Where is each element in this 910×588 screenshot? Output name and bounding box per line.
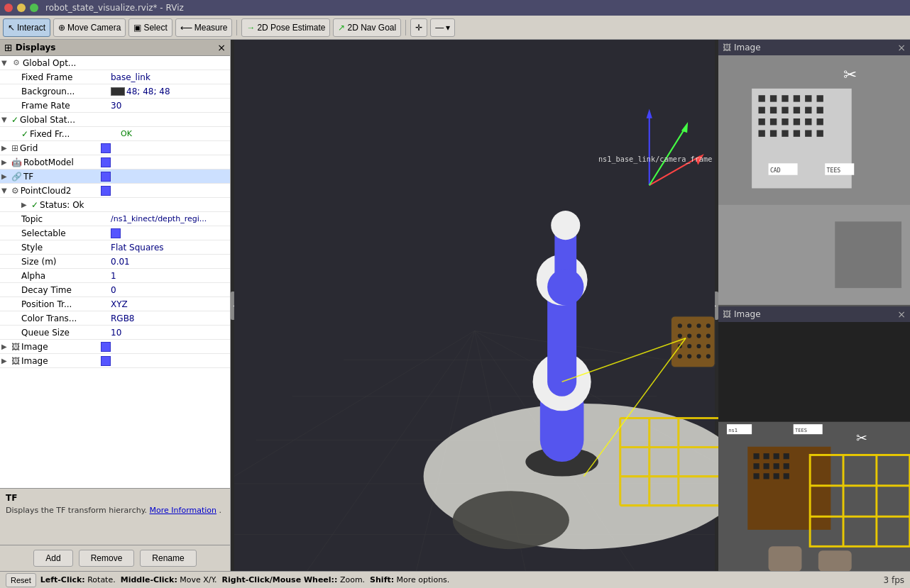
expand-arrow-image1[interactable]: ▶ bbox=[1, 343, 11, 350]
tree-item-robot-model[interactable]: ▶ 🤖 RobotModel bbox=[0, 155, 230, 170]
tree-item-pointcloud2[interactable]: ▼ ⚙ PointCloud2 bbox=[0, 184, 230, 198]
checkbox-grid[interactable] bbox=[101, 143, 111, 153]
add-button[interactable]: Add bbox=[33, 550, 72, 567]
maximize-button[interactable] bbox=[30, 4, 38, 12]
svg-rect-74 bbox=[770, 118, 777, 125]
tree-item-grid[interactable]: ▶ ⊞ Grid bbox=[0, 141, 230, 155]
tree-item-name-selectable: Selectable bbox=[21, 228, 66, 238]
image-pane-top-close[interactable]: × bbox=[897, 42, 906, 53]
svg-rect-62 bbox=[770, 95, 777, 101]
gear-icon-global: ⚙ bbox=[11, 58, 21, 68]
checkbox-robot-model[interactable] bbox=[101, 157, 111, 167]
tree-item-background[interactable]: Backgroun... 48; 48; 48 bbox=[0, 84, 230, 99]
tree-item-global-options[interactable]: ▼ ⚙ Global Opt... bbox=[0, 56, 230, 70]
tree-item-queue-size[interactable]: Queue Size 10 bbox=[0, 326, 230, 340]
tree-item-image-1[interactable]: ▶ 🖼 Image bbox=[0, 340, 230, 354]
svg-text:ns1_base_link/camera_frame: ns1_base_link/camera_frame bbox=[598, 155, 712, 164]
tree-item-name-size: Size (m) bbox=[21, 257, 57, 267]
info-more-link[interactable]: More Information bbox=[150, 506, 216, 515]
remove-button[interactable]: Remove bbox=[79, 550, 135, 567]
expand-arrow-pc2[interactable]: ▼ bbox=[1, 187, 11, 194]
image1-icon: 🖼 bbox=[11, 342, 20, 352]
measure-button[interactable]: ⟵ Measure bbox=[175, 18, 233, 37]
image-pane-bottom-close[interactable]: × bbox=[897, 309, 906, 320]
svg-line-1 bbox=[234, 331, 475, 476]
tree-item-alpha[interactable]: Alpha 1 bbox=[0, 269, 230, 283]
svg-text:TEES: TEES bbox=[827, 167, 841, 174]
tree-item-name-alpha: Alpha bbox=[21, 271, 45, 281]
collapse-right-arrow[interactable]: ▶ bbox=[708, 292, 718, 320]
tree-item-tf[interactable]: ▶ 🔗 TF bbox=[0, 170, 230, 184]
rename-button[interactable]: Rename bbox=[140, 550, 196, 567]
checkbox-pc2[interactable] bbox=[101, 186, 111, 196]
checkbox-selectable[interactable] bbox=[111, 228, 121, 238]
checkbox-tf[interactable] bbox=[101, 172, 111, 182]
minimize-button[interactable] bbox=[17, 4, 26, 12]
dash-icon: — bbox=[435, 23, 444, 33]
tree-item-decay-time[interactable]: Decay Time 0 bbox=[0, 283, 230, 297]
image-pane-top-content[interactable]: ✂ CAD TEES bbox=[718, 55, 910, 305]
tree-item-size[interactable]: Size (m) 0.01 bbox=[0, 255, 230, 269]
window-title: robot_state_visualize.rviz* - RViz bbox=[45, 3, 184, 13]
image-pane-bottom-content[interactable]: ns1 TEES ✂ bbox=[718, 322, 910, 572]
tree-item-color-trans[interactable]: Color Trans... RGB8 bbox=[0, 311, 230, 326]
tree-item-status-ok[interactable]: ▶ ✓ Status: Ok bbox=[0, 198, 230, 212]
displays-close-icon[interactable]: × bbox=[217, 42, 226, 53]
expand-arrow-tf[interactable]: ▶ bbox=[1, 172, 11, 180]
tree-item-topic[interactable]: Topic /ns1_kinect/depth_regi... bbox=[0, 212, 230, 226]
add-goal-button[interactable]: ✛ bbox=[410, 18, 427, 37]
svg-rect-63 bbox=[782, 95, 788, 101]
svg-rect-118 bbox=[769, 546, 802, 571]
tree-item-val-color-trans: RGB8 bbox=[111, 314, 229, 323]
tree-item-name-tf: TF bbox=[23, 172, 33, 182]
svg-rect-83 bbox=[805, 130, 811, 136]
tree-item-name-pc2: PointCloud2 bbox=[21, 186, 72, 196]
checkbox-image2[interactable] bbox=[101, 356, 111, 366]
tree-item-frame-rate[interactable]: Frame Rate 30 bbox=[0, 99, 230, 113]
expand-arrow-image2[interactable]: ▶ bbox=[1, 357, 11, 365]
tree-item-name-style: Style bbox=[21, 243, 43, 253]
move-camera-button[interactable]: ⊕ Move Camera bbox=[53, 18, 126, 37]
checkmark-global-status: ✓ bbox=[11, 115, 18, 125]
tree-item-fixed-fr-ok[interactable]: ✓ Fixed Fr... OK bbox=[0, 127, 230, 141]
tree-item-val-queue-size: 10 bbox=[111, 328, 229, 338]
svg-point-32 bbox=[696, 323, 701, 328]
svg-rect-29 bbox=[671, 316, 716, 367]
svg-rect-101 bbox=[764, 463, 769, 469]
close-button[interactable] bbox=[4, 4, 13, 12]
tree-item-name-background: Backgroun... bbox=[21, 87, 75, 96]
pose-estimate-button[interactable]: → 2D Pose Estimate bbox=[241, 18, 330, 37]
svg-rect-64 bbox=[794, 95, 800, 101]
tree-item-style[interactable]: Style Flat Squares bbox=[0, 240, 230, 255]
svg-marker-53 bbox=[681, 122, 688, 133]
main-area: ⊞ Displays × ▼ ⚙ Global Opt... bbox=[0, 40, 910, 571]
pc2-icon: ⚙ bbox=[11, 186, 19, 196]
more-button[interactable]: — ▾ bbox=[430, 18, 455, 37]
reset-button[interactable]: Reset bbox=[6, 573, 36, 587]
tree-item-selectable[interactable]: Selectable bbox=[0, 226, 230, 240]
3d-viewport[interactable]: ◀ ▶ bbox=[231, 40, 718, 571]
expand-arrow-robot-model[interactable]: ▶ bbox=[1, 158, 11, 166]
expand-arrow-global-status[interactable]: ▼ bbox=[1, 116, 11, 123]
tree-item-name-color-trans: Color Trans... bbox=[21, 314, 77, 323]
svg-point-35 bbox=[687, 334, 691, 338]
svg-line-6 bbox=[475, 331, 716, 462]
tree-item-position-tr[interactable]: Position Tr... XYZ bbox=[0, 297, 230, 311]
nav-goal-button[interactable]: ↗ 2D Nav Goal bbox=[333, 18, 401, 37]
expand-arrow-status[interactable]: ▶ bbox=[21, 201, 31, 209]
interact-button[interactable]: ↖ Interact bbox=[3, 18, 50, 37]
checkbox-image1[interactable] bbox=[101, 342, 111, 352]
select-button[interactable]: ▣ Select bbox=[128, 18, 172, 37]
displays-tree[interactable]: ▼ ⚙ Global Opt... Fixed Frame base_link bbox=[0, 56, 230, 488]
expand-arrow-grid[interactable]: ▶ bbox=[1, 144, 11, 152]
svg-point-38 bbox=[678, 344, 682, 348]
expand-arrow-global[interactable]: ▼ bbox=[1, 59, 11, 67]
collapse-left-arrow[interactable]: ◀ bbox=[231, 292, 241, 320]
info-period: . bbox=[219, 506, 222, 515]
svg-point-41 bbox=[706, 344, 711, 348]
background-color-swatch[interactable] bbox=[111, 87, 125, 96]
tree-item-fixed-frame[interactable]: Fixed Frame base_link bbox=[0, 70, 230, 84]
tree-item-image-2[interactable]: ▶ 🖼 Image bbox=[0, 354, 230, 368]
svg-point-26 bbox=[547, 269, 583, 305]
tree-item-global-status[interactable]: ▼ ✓ Global Stat... bbox=[0, 113, 230, 127]
